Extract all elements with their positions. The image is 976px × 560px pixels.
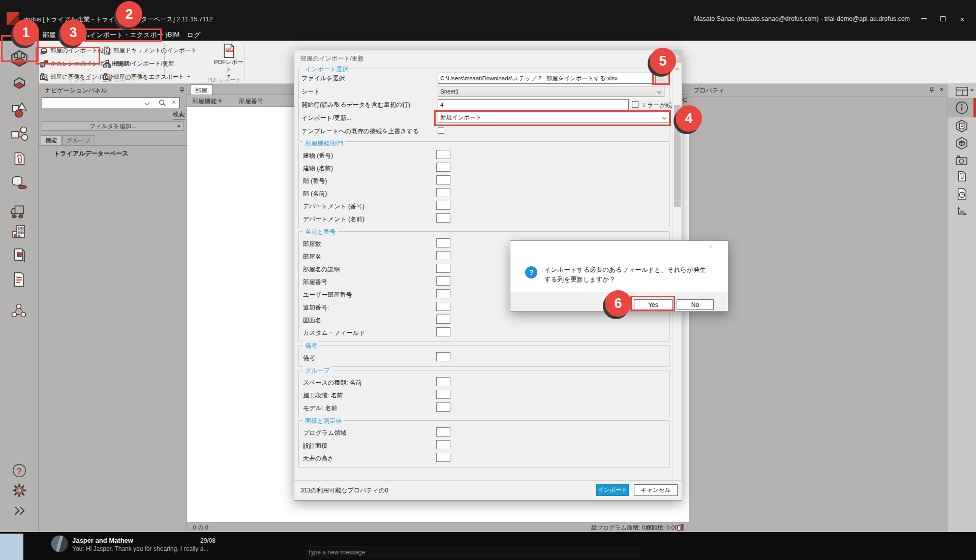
clipped-panel-tab: ビフ: [682, 96, 689, 104]
mapping-column-input[interactable]: [436, 352, 450, 361]
minimize-button[interactable]: [916, 13, 931, 24]
ribbon-button-label: 部屋ドキュメントのインポート: [113, 47, 197, 54]
section-title: 名前と番号: [303, 228, 338, 236]
sidebar-item-products[interactable]: [0, 246, 39, 264]
section-title: 備考: [303, 341, 319, 350]
column-header-room-number[interactable]: 部屋番号: [239, 97, 263, 106]
strip-item-info[interactable]: [948, 101, 976, 115]
pin-icon[interactable]: [929, 87, 935, 94]
ribbon-button-function-import[interactable]: 機能のインポート/更新: [103, 58, 174, 69]
mapping-column-input[interactable]: [436, 315, 450, 324]
tab-groups[interactable]: グループ: [62, 135, 95, 145]
strip-item-measure[interactable]: [948, 205, 976, 217]
file-path-input[interactable]: C:\Users\msaat\Downloads\ステップ 2 _部屋をインポー…: [438, 73, 653, 84]
sidebar-item-room-templates[interactable]: [0, 75, 39, 93]
sidebar-item-finance[interactable]: [0, 174, 39, 192]
items-icon: [10, 100, 29, 119]
sidebar-item-relations[interactable]: [0, 302, 39, 321]
import-button[interactable]: インポート: [596, 484, 629, 496]
menu-item-5[interactable]: ログ: [187, 30, 201, 40]
restore-button[interactable]: [935, 13, 951, 24]
column-header-room-function[interactable]: 部屋機能 #: [192, 97, 222, 106]
sidebar-item-attachments[interactable]: [0, 150, 39, 167]
row-count-label: 0 の 0: [193, 524, 208, 532]
mapping-column-input[interactable]: [436, 377, 450, 386]
pin-icon[interactable]: [179, 87, 185, 94]
sidebar-item-items[interactable]: [0, 100, 39, 119]
mapping-column-input[interactable]: [436, 188, 450, 197]
menu-item-1[interactable]: 部屋: [43, 30, 56, 40]
mapping-column-input[interactable]: [436, 238, 450, 247]
mapping-field-label: ユーザー部屋番号: [303, 291, 352, 299]
mapping-column-input[interactable]: [436, 327, 450, 336]
strip-item-history[interactable]: [948, 188, 976, 200]
mapping-field-label: デパートメント (番号): [303, 202, 364, 211]
strip-item-documents[interactable]: [948, 119, 976, 133]
cancel-button[interactable]: キャンセル: [634, 484, 678, 496]
ribbon-button-doc-import[interactable]: 部屋ドキュメントのインポート: [103, 45, 197, 56]
section-title: 部屋機能/部門: [303, 139, 345, 148]
mapping-column-input[interactable]: [436, 390, 450, 399]
mapping-column-input[interactable]: [436, 163, 450, 172]
properties-title: プロパティ: [693, 86, 724, 95]
mapping-column-input[interactable]: [436, 402, 450, 412]
close-panel-icon[interactable]: ×: [939, 85, 943, 94]
mapping-column-input[interactable]: [436, 213, 450, 223]
strip-item-layout[interactable]: [948, 85, 976, 99]
clear-search-icon[interactable]: ×: [172, 98, 176, 106]
mapping-column-input[interactable]: [436, 201, 450, 210]
sidebar-item-help[interactable]: ?: [0, 462, 39, 479]
divider: [39, 145, 187, 146]
sidebar-item-expand[interactable]: [0, 503, 39, 518]
column-divider[interactable]: [235, 95, 235, 107]
mapping-field-label: 部屋数: [303, 240, 321, 248]
mapping-column-input[interactable]: [436, 175, 450, 184]
search-link[interactable]: 検索: [173, 110, 185, 119]
continue-on-error-checkbox[interactable]: [632, 101, 638, 108]
strip-item-attachment-small[interactable]: [948, 170, 976, 182]
yes-button-highlight: [630, 296, 675, 311]
mapping-column-input[interactable]: [436, 264, 450, 273]
close-button[interactable]: ×: [955, 13, 970, 24]
chat-bar: Jasper and Mathew 29/08 You: Hi Jasper, …: [0, 532, 976, 560]
menu-item-4[interactable]: BIM: [168, 30, 179, 38]
annotation-step-3: 3: [60, 19, 86, 46]
dialog-close-icon[interactable]: ×: [709, 242, 713, 251]
add-filter-dropdown[interactable]: フィルタを追加...: [42, 121, 184, 131]
strip-item-images[interactable]: [948, 154, 976, 167]
mapping-column-input[interactable]: [436, 276, 450, 286]
start-row-input[interactable]: 4: [438, 99, 629, 110]
help-icon: ?: [11, 462, 28, 479]
sheet-select[interactable]: Sheet1: [438, 86, 664, 97]
strip-item-model[interactable]: [948, 137, 976, 150]
tree-root-item[interactable]: トライアルデーターベース: [54, 149, 129, 158]
settings-icon: [11, 482, 28, 499]
mapping-column-input[interactable]: [436, 453, 450, 462]
mapping-field-label: 階 (名前): [303, 190, 327, 198]
mapping-column-input[interactable]: [436, 251, 450, 260]
attachment-small-icon: [956, 170, 968, 182]
chat-message-preview[interactable]: You: Hi Jasper, Thank you for shearing. …: [72, 545, 208, 552]
mapping-row: 天井の高さ: [299, 452, 669, 465]
chat-name[interactable]: Jasper and Mathew: [72, 537, 133, 544]
tab-functions[interactable]: 機能: [41, 135, 62, 145]
mapping-column-input[interactable]: [436, 427, 450, 437]
no-button[interactable]: No: [677, 299, 714, 310]
overwrite-template-checkbox[interactable]: [438, 127, 444, 134]
search-icon[interactable]: [159, 99, 166, 107]
chat-message-input[interactable]: Type a new message: [305, 546, 640, 558]
sidebar-item-occurrences[interactable]: [0, 125, 39, 144]
avatar[interactable]: [51, 535, 68, 552]
tab-rooms[interactable]: 部屋: [190, 84, 212, 95]
sidebar-item-settings[interactable]: [0, 482, 39, 499]
mapping-column-input[interactable]: [436, 302, 450, 311]
sidebar-item-buildings[interactable]: [0, 223, 39, 241]
sidebar-item-logistics[interactable]: [0, 202, 39, 221]
mapping-column-input[interactable]: [436, 440, 450, 449]
annotation-step-5: 5: [650, 48, 676, 74]
mapping-column-input[interactable]: [436, 289, 450, 298]
mapping-column-input[interactable]: [436, 150, 450, 159]
pdf-report-button[interactable]: PDF PDFレポート: [208, 43, 249, 74]
sidebar-item-reports[interactable]: [0, 271, 39, 288]
overwrite-template-label: テンプレートへの既存の接続を上書きする: [301, 127, 419, 136]
